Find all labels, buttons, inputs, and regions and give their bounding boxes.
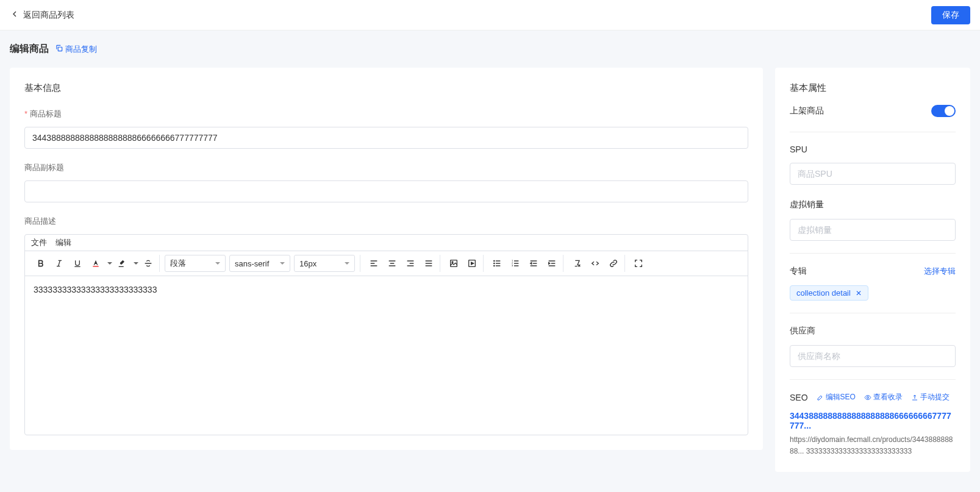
back-label: 返回商品列表 bbox=[23, 10, 74, 21]
divider bbox=[790, 253, 956, 254]
font-size-select[interactable]: 16px bbox=[294, 255, 355, 272]
publish-switch[interactable] bbox=[931, 105, 956, 117]
clear-format-button[interactable] bbox=[568, 255, 585, 272]
font-family-select[interactable]: sans-serif bbox=[229, 255, 290, 272]
spu-input[interactable] bbox=[790, 163, 956, 185]
svg-point-24 bbox=[494, 263, 495, 263]
link-button[interactable] bbox=[605, 255, 622, 272]
svg-point-25 bbox=[494, 265, 495, 266]
toolbar-group-selects: 段落 sans-serif 16px bbox=[162, 255, 360, 272]
toolbar-group-format bbox=[30, 255, 160, 272]
strikethrough-button[interactable] bbox=[140, 255, 157, 272]
product-subtitle-input[interactable] bbox=[24, 180, 748, 202]
pencil-icon bbox=[817, 394, 824, 401]
publish-label: 上架商品 bbox=[790, 105, 824, 116]
align-left-button[interactable] bbox=[365, 255, 382, 272]
product-subtitle-label: 商品副标题 bbox=[24, 162, 748, 173]
underline-button[interactable] bbox=[69, 255, 86, 272]
seo-url: https://diydomain.fecmall.cn/products/34… bbox=[790, 434, 956, 457]
svg-line-3 bbox=[59, 260, 60, 266]
highlight-caret-icon[interactable] bbox=[134, 262, 138, 267]
seo-product-title: 3443888888888888888888666666667777777... bbox=[790, 411, 956, 430]
font-color-caret-icon[interactable] bbox=[107, 262, 112, 267]
svg-point-44 bbox=[867, 396, 868, 398]
save-button[interactable]: 保存 bbox=[931, 6, 970, 24]
collection-tags: collection detail ✕ bbox=[790, 285, 956, 301]
divider bbox=[790, 313, 956, 313]
video-button[interactable] bbox=[463, 255, 481, 272]
manual-submit-link[interactable]: 手动提交 bbox=[911, 392, 950, 402]
svg-rect-6 bbox=[119, 266, 124, 267]
svg-rect-5 bbox=[93, 266, 98, 267]
collection-tag-label: collection detail bbox=[796, 288, 851, 298]
collection-head: 专辑 选择专辑 bbox=[790, 266, 956, 277]
toolbar-group-misc bbox=[566, 255, 625, 272]
bold-button[interactable] bbox=[32, 255, 49, 272]
rich-text-editor: 文件 编辑 段落 sans-serif 16px bbox=[24, 234, 748, 435]
svg-point-23 bbox=[494, 260, 495, 261]
svg-rect-0 bbox=[58, 47, 62, 51]
toolbar-group-fullscreen bbox=[628, 255, 649, 272]
seo-head: SEO 编辑SEO 查看收录 手动提交 bbox=[790, 392, 956, 402]
spu-label: SPU bbox=[790, 144, 956, 154]
menu-edit[interactable]: 编辑 bbox=[55, 237, 71, 248]
back-arrow-icon bbox=[10, 9, 20, 21]
align-justify-button[interactable] bbox=[420, 255, 437, 272]
editor-menubar: 文件 编辑 bbox=[25, 235, 748, 251]
back-button[interactable]: 返回商品列表 bbox=[10, 9, 74, 21]
toolbar-group-list: 123 bbox=[486, 255, 563, 272]
code-button[interactable] bbox=[587, 255, 604, 272]
fullscreen-button[interactable] bbox=[630, 255, 647, 272]
content: 基本信息 商品标题 商品副标题 商品描述 文件 编辑 bbox=[0, 62, 980, 484]
supplier-input[interactable] bbox=[790, 345, 956, 367]
select-collection-link[interactable]: 选择专辑 bbox=[924, 266, 956, 277]
svg-point-21 bbox=[452, 262, 453, 263]
page-title: 编辑商品 bbox=[10, 43, 49, 55]
collection-tag: collection detail ✕ bbox=[790, 285, 868, 301]
view-index-link[interactable]: 查看收录 bbox=[864, 392, 903, 402]
virtual-sales-label: 虚拟销量 bbox=[790, 199, 956, 210]
divider bbox=[790, 132, 956, 132]
side-card: 基本属性 上架商品 SPU 虚拟销量 专辑 选择专辑 collection de… bbox=[775, 68, 970, 472]
svg-text:3: 3 bbox=[512, 264, 513, 267]
italic-button[interactable] bbox=[51, 255, 68, 272]
indent-button[interactable] bbox=[543, 255, 560, 272]
collection-label: 专辑 bbox=[790, 266, 807, 277]
publish-row: 上架商品 bbox=[790, 105, 956, 117]
highlight-button[interactable] bbox=[113, 255, 131, 272]
close-icon[interactable]: ✕ bbox=[856, 289, 862, 298]
menu-file[interactable]: 文件 bbox=[31, 237, 47, 248]
product-title-input[interactable] bbox=[24, 127, 748, 149]
ordered-list-button[interactable]: 123 bbox=[507, 255, 524, 272]
product-title-label: 商品标题 bbox=[24, 109, 748, 119]
copy-product-link[interactable]: 商品复制 bbox=[55, 44, 97, 55]
basic-attr-title: 基本属性 bbox=[790, 82, 956, 94]
eye-icon bbox=[864, 394, 871, 401]
paragraph-select[interactable]: 段落 bbox=[165, 255, 226, 272]
toolbar-group-align bbox=[363, 255, 440, 272]
font-color-button[interactable] bbox=[87, 255, 104, 272]
editor-toolbar: 段落 sans-serif 16px 123 bbox=[25, 251, 748, 276]
supplier-label: 供应商 bbox=[790, 326, 956, 337]
upload-icon bbox=[911, 394, 918, 401]
topbar: 返回商品列表 保存 bbox=[0, 0, 980, 30]
divider bbox=[790, 379, 956, 380]
bullet-list-button[interactable] bbox=[488, 255, 506, 272]
main-card: 基本信息 商品标题 商品副标题 商品描述 文件 编辑 bbox=[10, 68, 763, 450]
toolbar-group-media bbox=[443, 255, 484, 272]
copy-label: 商品复制 bbox=[65, 44, 97, 55]
page-header: 编辑商品 商品复制 bbox=[0, 30, 980, 62]
align-right-button[interactable] bbox=[402, 255, 419, 272]
basic-info-title: 基本信息 bbox=[24, 82, 748, 94]
edit-seo-link[interactable]: 编辑SEO bbox=[817, 392, 856, 402]
copy-icon bbox=[55, 44, 63, 54]
outdent-button[interactable] bbox=[525, 255, 542, 272]
seo-title: SEO bbox=[790, 393, 808, 402]
align-center-button[interactable] bbox=[384, 255, 401, 272]
editor-content[interactable]: 33333333333333333333333333 bbox=[25, 276, 748, 435]
image-button[interactable] bbox=[445, 255, 462, 272]
product-desc-label: 商品描述 bbox=[24, 216, 748, 227]
virtual-sales-input[interactable] bbox=[790, 219, 956, 241]
